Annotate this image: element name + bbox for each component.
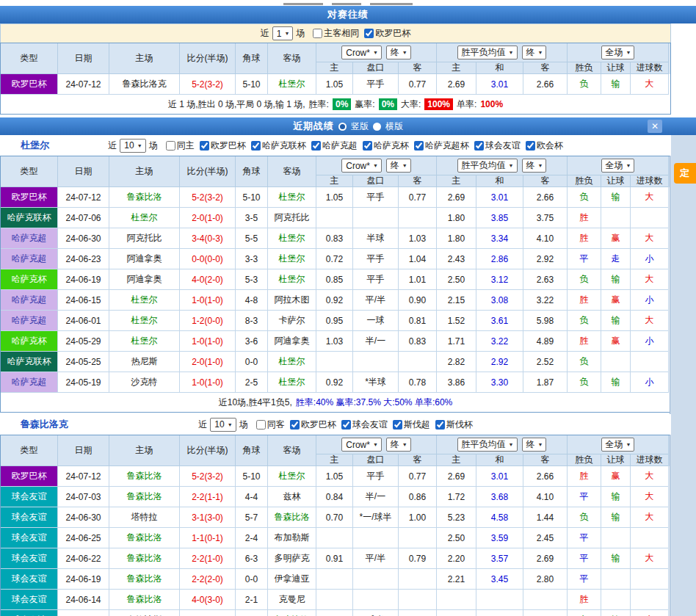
league-filter-checkbox[interactable] [474, 141, 484, 151]
away-team-cell: 克曼尼 [268, 590, 316, 610]
league-filter-checkbox[interactable] [313, 29, 322, 38]
wdl-final-select[interactable]: 终▼ [522, 159, 547, 173]
wdl-average-select[interactable]: 胜平负均值▼ [457, 46, 518, 59]
league-filter-checkbox[interactable] [290, 420, 300, 430]
pin-side-tab[interactable]: 定 [674, 163, 696, 184]
scope-select[interactable]: 全场▼ [601, 46, 635, 59]
result-wdl-cell: 胜 [568, 208, 601, 228]
league-filter[interactable]: 斯伐杯 [430, 418, 473, 431]
table-row: 欧罗巴杯 24-07-12 鲁森比洛 5-2(3-2) 5-10 杜堡尔 1.0… [1, 466, 670, 487]
league-filter[interactable]: 主客相同 [308, 27, 359, 40]
odds-final-select[interactable]: 终▼ [386, 159, 411, 173]
result-wdl-cell: 平 [568, 569, 601, 590]
league-filter[interactable]: 欧会杯 [521, 139, 563, 152]
result-handicap-cell [601, 590, 631, 610]
draw-odds-cell: 3.01 [476, 466, 523, 487]
scope-select[interactable]: 全场▼ [601, 159, 635, 173]
league-cell: 哈萨克超 [1, 228, 58, 249]
league-filter[interactable]: 斯伐超 [388, 418, 430, 431]
close-button[interactable]: ✕ [648, 120, 662, 133]
vertical-layout-radio[interactable] [338, 123, 347, 131]
league-filter-checkbox[interactable] [341, 420, 351, 430]
league-filter-checkbox[interactable] [435, 420, 445, 430]
wdl-final-select[interactable]: 终▼ [522, 46, 547, 59]
win-odds-cell: 1.80 [437, 228, 476, 249]
score-cell: 1-0(1-0) [180, 331, 236, 352]
league-filter-checkbox[interactable] [393, 420, 402, 430]
handicap-away-odds-cell: 1.01 [399, 269, 437, 290]
league-filter[interactable]: 哈萨克联杯 [246, 139, 306, 152]
league-filter-checkbox[interactable] [311, 141, 321, 151]
league-filter-checkbox[interactable] [256, 420, 266, 430]
near-label: 近 [108, 139, 117, 152]
league-cell: 球会友谊 [1, 487, 58, 507]
table-row: 欧罗巴杯 24-07-12 鲁森比洛 5-2(3-2) 5-10 杜堡尔 1.0… [1, 187, 670, 208]
handicap-cell [353, 528, 399, 548]
handicap-cell: 平手 [353, 466, 399, 487]
table-row: 哈萨克超 24-06-01 杜堡尔 1-2(0-0) 8-3 卡萨尔 0.95 … [1, 311, 670, 331]
handicap-cell: 半球 [353, 228, 399, 249]
league-filter[interactable]: 同主 [161, 139, 195, 152]
wdl-average-value: 胜平负均值 [462, 438, 506, 451]
odds-source-select[interactable]: Crow*▼ [341, 438, 382, 452]
win-odds-cell [437, 590, 476, 610]
league-cell: 球会友谊 [1, 590, 58, 610]
handicap-home-odds-cell: 0.83 [316, 228, 353, 249]
league-filter[interactable]: 哈萨克杯 [358, 139, 409, 152]
league-filter-checkbox[interactable] [166, 141, 175, 151]
wdl-final-select[interactable]: 终▼ [522, 438, 547, 452]
league-filter[interactable]: 欧罗巴杯 [195, 139, 246, 152]
handicap-cell: *半球 [353, 372, 399, 393]
scope-select[interactable]: 全场▼ [601, 438, 635, 452]
result-handicap-cell: 输 [601, 507, 631, 528]
team1-near-count-select[interactable]: 10▼ [120, 139, 145, 153]
result-wdl-cell: 胜 [568, 290, 601, 311]
odds-final-select[interactable]: 终▼ [386, 46, 411, 59]
odds-source-select[interactable]: Crow*▼ [341, 46, 382, 59]
league-filter[interactable]: 球会友谊 [336, 418, 388, 431]
date-cell: 24-05-25 [58, 352, 109, 372]
lose-odds-cell: 2.66 [523, 74, 568, 95]
league-filter[interactable]: 欧罗巴杯 [359, 27, 410, 40]
league-filter-checkbox[interactable] [364, 29, 374, 38]
corner-cell: 2-5 [236, 372, 268, 393]
handicap-cell: 半/一 [353, 487, 399, 507]
table-row: 球会友谊 24-07-03 鲁森比洛 2-2(1-1) 4-4 兹林 0.84 … [1, 487, 670, 507]
h2h-near-count-select[interactable]: 1▼ [272, 26, 294, 40]
handicap-cell: 一球 [353, 311, 399, 331]
league-filter[interactable]: 哈萨克超杯 [409, 139, 469, 152]
league-filter-checkbox[interactable] [526, 141, 535, 151]
team2-near-count-select[interactable]: 10▼ [210, 418, 236, 432]
corner-cell: 4-3 [236, 610, 268, 616]
away-team-cell: 卡萨尔 [268, 311, 316, 331]
draw-odds-cell: 2.92 [476, 352, 523, 372]
win-odds-cell: 2.21 [437, 569, 476, 590]
league-filter-checkbox[interactable] [200, 141, 209, 151]
horizontal-layout-radio[interactable] [373, 123, 381, 131]
league-cell: 哈萨克杯 [1, 331, 58, 352]
sub-col-result-wdl: 胜负 [568, 454, 601, 466]
away-team-cell: 兹林 [268, 487, 316, 507]
draw-odds-cell: 3.30 [476, 372, 523, 393]
league-filter[interactable]: 哈萨克超 [306, 139, 358, 152]
chevron-down-icon: ▼ [373, 442, 378, 447]
league-filter-checkbox[interactable] [414, 141, 424, 151]
odds-source-select[interactable]: Crow*▼ [341, 159, 382, 173]
league-filter-label: 欧罗巴杯 [301, 418, 336, 431]
corner-cell: 3-6 [236, 331, 268, 352]
result-wdl-cell: 平 [568, 487, 601, 507]
draw-odds-cell [476, 590, 523, 610]
league-filter-checkbox[interactable] [251, 141, 261, 151]
wdl-average-select[interactable]: 胜平负均值▼ [457, 159, 518, 173]
date-cell: 24-07-03 [58, 487, 109, 507]
league-filter[interactable]: 欧罗巴杯 [285, 418, 336, 431]
odds-final-select[interactable]: 终▼ [386, 438, 411, 452]
sub-col-result-wdl: 胜负 [568, 175, 601, 187]
wdl-average-select[interactable]: 胜平负均值▼ [457, 438, 518, 452]
league-filter[interactable]: 同客 [251, 418, 285, 431]
win-odds-cell: 2.69 [437, 74, 476, 95]
league-filter[interactable]: 球会友谊 [469, 139, 521, 152]
league-cell: 球会友谊 [1, 548, 58, 569]
handicap-home-odds-cell: 0.72 [316, 249, 353, 269]
league-filter-checkbox[interactable] [363, 141, 372, 151]
